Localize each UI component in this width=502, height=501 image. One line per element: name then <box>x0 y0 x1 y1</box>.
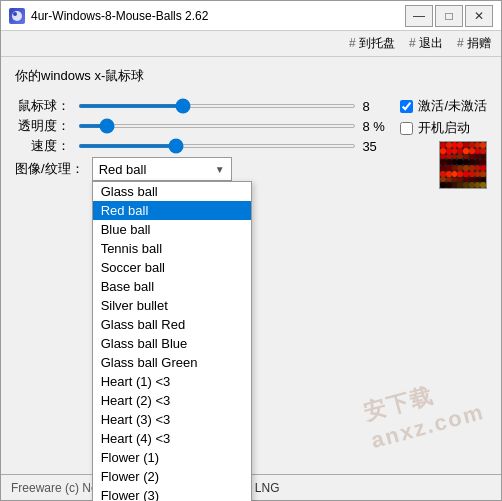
preview-dot <box>469 171 475 177</box>
main-two-col: 鼠标球： 8 透明度： 8 % 速度： <box>15 97 487 189</box>
preview-dot <box>463 142 469 148</box>
dropdown-list: Glass ball Red ball Blue ball Tennis bal… <box>92 181 252 501</box>
dropdown-item-8[interactable]: Glass ball Blue <box>93 334 251 353</box>
preview-dot <box>469 165 475 171</box>
preview-dot <box>440 142 446 148</box>
preview-dot <box>446 142 452 148</box>
preview-dot <box>446 148 452 154</box>
opacity-slider-container: 8 % <box>78 119 390 134</box>
app-window: 4ur-Windows-8-Mouse-Balls 2.62 — □ ✕ 到托盘… <box>0 0 502 501</box>
image-row: 图像/纹理： Red ball ▼ Glass ball Red ball Bl… <box>15 157 390 181</box>
opacity-slider[interactable] <box>78 124 356 128</box>
dropdown-item-6[interactable]: Silver bullet <box>93 296 251 315</box>
preview-dot <box>463 182 469 188</box>
image-label: 图像/纹理： <box>15 160 84 178</box>
select-value: Red ball <box>99 162 147 177</box>
preview-dot <box>480 182 486 188</box>
dropdown-item-5[interactable]: Base ball <box>93 277 251 296</box>
minimize-button[interactable]: — <box>405 5 433 27</box>
menu-exit[interactable]: 退出 <box>409 35 443 52</box>
preview-dot <box>480 165 486 171</box>
dropdown-item-10[interactable]: Heart (1) <3 <box>93 372 251 391</box>
preview-dot <box>440 148 446 154</box>
opacity-label: 透明度： <box>15 117 70 135</box>
window-title: 4ur-Windows-8-Mouse-Balls 2.62 <box>31 9 405 23</box>
dropdown-item-12[interactable]: Heart (3) <3 <box>93 410 251 429</box>
dropdown-item-1[interactable]: Red ball <box>93 201 251 220</box>
activate-checkbox[interactable] <box>400 100 413 113</box>
svg-point-0 <box>12 11 22 21</box>
dropdown-arrow-icon: ▼ <box>215 164 225 175</box>
left-column: 鼠标球： 8 透明度： 8 % 速度： <box>15 97 390 183</box>
dropdown-item-3[interactable]: Tennis ball <box>93 239 251 258</box>
dropdown-item-16[interactable]: Flower (3) <box>93 486 251 501</box>
menu-donate[interactable]: 捐赠 <box>457 35 491 52</box>
dropdown-item-14[interactable]: Flower (1) <box>93 448 251 467</box>
preview-dot <box>440 165 446 171</box>
window-controls: — □ ✕ <box>405 5 493 27</box>
mouse-slider[interactable] <box>78 104 356 108</box>
preview-dot <box>480 171 486 177</box>
opacity-row: 透明度： 8 % <box>15 117 390 135</box>
select-display[interactable]: Red ball ▼ <box>92 157 232 181</box>
section-title: 你的windows x-鼠标球 <box>15 67 487 85</box>
preview-dot <box>463 171 469 177</box>
preview-dot <box>463 148 469 154</box>
speed-value: 35 <box>362 139 390 154</box>
preview-dot <box>469 182 475 188</box>
preview-dot <box>440 182 446 188</box>
right-column: 激活/未激活 开机启动 <box>400 97 487 189</box>
preview-dot <box>440 171 446 177</box>
activate-label: 激活/未激活 <box>418 97 487 115</box>
select-wrapper: Red ball ▼ Glass ball Red ball Blue ball… <box>92 157 232 181</box>
maximize-button[interactable]: □ <box>435 5 463 27</box>
menu-bar: 到托盘 退出 捐赠 <box>1 31 501 57</box>
dropdown-item-13[interactable]: Heart (4) <3 <box>93 429 251 448</box>
startup-checkbox[interactable] <box>400 122 413 135</box>
mouse-row: 鼠标球： 8 <box>15 97 390 115</box>
menu-tray[interactable]: 到托盘 <box>349 35 395 52</box>
startup-label: 开机启动 <box>418 119 470 137</box>
preview-dot <box>446 171 452 177</box>
preview-box <box>439 141 487 189</box>
preview-dot <box>480 142 486 148</box>
preview-dot <box>469 142 475 148</box>
app-icon-svg <box>11 10 23 22</box>
dropdown-item-15[interactable]: Flower (2) <box>93 467 251 486</box>
speed-row: 速度： 35 <box>15 137 390 155</box>
main-content: 你的windows x-鼠标球 鼠标球： 8 透明度： 8 % <box>1 57 501 474</box>
title-bar: 4ur-Windows-8-Mouse-Balls 2.62 — □ ✕ <box>1 1 501 31</box>
mouse-slider-container: 8 <box>78 99 390 114</box>
dropdown-item-11[interactable]: Heart (2) <3 <box>93 391 251 410</box>
mouse-value: 8 <box>362 99 390 114</box>
dropdown-item-4[interactable]: Soccer ball <box>93 258 251 277</box>
activate-row: 激活/未激活 <box>400 97 487 115</box>
startup-row: 开机启动 <box>400 119 487 137</box>
dropdown-item-0[interactable]: Glass ball <box>93 182 251 201</box>
preview-dot <box>469 148 475 154</box>
opacity-value: 8 % <box>362 119 390 134</box>
speed-slider-container: 35 <box>78 139 390 154</box>
preview-dot <box>463 165 469 171</box>
speed-slider[interactable] <box>78 144 356 148</box>
dropdown-item-7[interactable]: Glass ball Red <box>93 315 251 334</box>
mouse-label: 鼠标球： <box>15 97 70 115</box>
preview-dot <box>446 165 452 171</box>
close-button[interactable]: ✕ <box>465 5 493 27</box>
speed-label: 速度： <box>15 137 70 155</box>
preview-dot <box>480 148 486 154</box>
dropdown-item-2[interactable]: Blue ball <box>93 220 251 239</box>
preview-dot <box>446 182 452 188</box>
svg-point-1 <box>13 12 17 16</box>
dropdown-item-9[interactable]: Glass ball Green <box>93 353 251 372</box>
app-icon <box>9 8 25 24</box>
